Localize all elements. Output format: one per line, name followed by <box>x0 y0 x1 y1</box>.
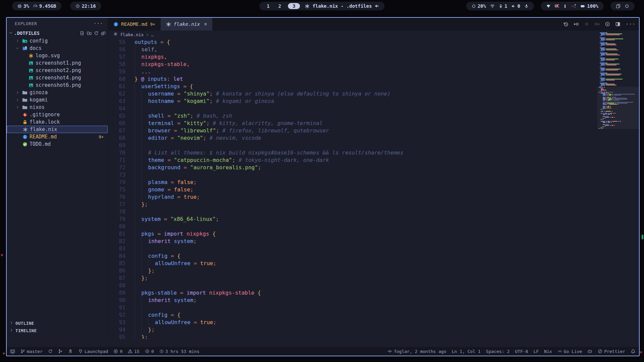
status-clock[interactable]: 3 hrs 53 mins <box>159 349 200 354</box>
ring-indicator[interactable]: 20% <box>472 3 486 9</box>
code-line-84[interactable]: 84config = { <box>108 252 640 260</box>
tray-app-indicator[interactable]: UC <box>555 4 559 8</box>
power-pill[interactable] <box>610 2 635 10</box>
more-actions-icon[interactable]: ··· <box>93 20 103 26</box>
more-actions-icon[interactable]: ··· <box>626 21 636 27</box>
tree-item-docs[interactable]: docs <box>7 45 108 52</box>
code-line-62[interactable]: 62username = "shinya"; # konsta or shiny… <box>108 90 640 98</box>
status-copilot[interactable] <box>587 349 592 354</box>
tree-item-ginoza[interactable]: ginoza <box>7 89 108 96</box>
code-line-59[interactable]: 59... <box>108 68 640 75</box>
close-icon[interactable]: × <box>204 21 207 27</box>
new-folder-icon[interactable] <box>87 31 92 36</box>
status-spaces-2[interactable]: Spaces: 2 <box>486 349 509 354</box>
speaker-indicator[interactable]: 0 <box>511 3 520 9</box>
code-line-70[interactable]: 70# List all themes: $ nix build nixpkgs… <box>108 149 640 157</box>
code-line-95[interactable]: 95}; <box>108 334 640 339</box>
system-stats-pill[interactable]: 3% 9.45GB <box>12 2 61 10</box>
code-line-79[interactable]: 79system = "x86_64-linux"; <box>108 216 640 223</box>
tab-README.md[interactable]: README.md9+ <box>108 18 161 31</box>
collapse-all-icon[interactable] <box>101 31 106 36</box>
code-line-75[interactable]: 75gnome = false; <box>108 186 640 193</box>
nav-forward-icon[interactable] <box>594 21 600 27</box>
power-indicator[interactable] <box>625 4 629 8</box>
bluetooth-indicator[interactable] <box>563 4 567 8</box>
code-line-82[interactable]: 82inherit system; <box>108 238 640 245</box>
tree-item-screenshot2.png[interactable]: screenshot2.png <box>7 67 108 74</box>
minimap[interactable] <box>599 33 638 133</box>
code-line-65[interactable]: 65shell = "zsh"; # bash, zsh <box>108 112 640 120</box>
status-git-graph[interactable] <box>58 349 63 354</box>
status-ln-1-col-1[interactable]: Ln 1, Col 1 <box>452 349 481 354</box>
tree-item-README.md[interactable]: README.md9+ <box>7 133 108 140</box>
tree-item-.gitignore[interactable]: .gitignore <box>7 111 108 118</box>
status-utf-8[interactable]: UTF-8 <box>515 349 528 354</box>
code-line-89[interactable]: 89pkgs-stable = import nixpkgs-stable { <box>108 289 640 297</box>
code-line-83[interactable]: 83 <box>108 245 640 252</box>
code-line-93[interactable]: 93allowUnfree = true; <box>108 319 640 326</box>
code-line-68[interactable]: 68editor = "neovim"; # neovim, vscode <box>108 134 640 142</box>
tree-item-flake.nix[interactable]: flake.nix <box>7 126 108 133</box>
workspace-1[interactable]: 1 <box>265 3 271 9</box>
wifi-indicator[interactable] <box>490 4 495 8</box>
code-line-73[interactable]: 73 <box>108 171 640 179</box>
code-line-71[interactable]: 71theme = "catppuccin-mocha"; # tokyo-ni… <box>108 157 640 164</box>
net-fan-indicator[interactable] <box>546 4 551 8</box>
workspace-3[interactable]: 3 <box>288 3 300 9</box>
code-line-91[interactable]: 91 <box>108 304 640 311</box>
new-file-icon[interactable] <box>80 31 85 36</box>
code-line-87[interactable]: 87}; <box>108 275 640 282</box>
status-error[interactable]: 0 <box>113 349 122 354</box>
code-line-86[interactable]: 86}; <box>108 267 640 275</box>
code-line-74[interactable]: 74plasma = false; <box>108 179 640 186</box>
tray-pill[interactable]: UC100% <box>541 2 604 10</box>
status-nix[interactable]: Nix <box>544 349 552 354</box>
clock-pill[interactable]: 22:16 <box>70 2 101 10</box>
code-line-72[interactable]: 72background = "aurora_borealis.png"; <box>108 164 640 171</box>
tree-item-TODO.md[interactable]: TODO.md <box>7 140 108 148</box>
code-line-67[interactable]: 67browser = "librewolf"; # firefox, libr… <box>108 127 640 134</box>
code-line-85[interactable]: 85allowUnfree = true; <box>108 260 640 267</box>
code-line-88[interactable]: 88 <box>108 282 640 289</box>
code-line-57[interactable]: 57nixpkgs, <box>108 53 640 61</box>
code-line-77[interactable]: 77}; <box>108 201 640 208</box>
status-branch[interactable]: master <box>20 349 43 354</box>
code-line-90[interactable]: 90inherit system; <box>108 297 640 304</box>
clipboard-indicator[interactable] <box>616 4 621 8</box>
status-plug[interactable]: Launchpad <box>78 349 108 354</box>
status-bell[interactable] <box>631 349 636 354</box>
minimap-slider[interactable] <box>597 87 640 129</box>
status-lf[interactable]: LF <box>533 349 539 354</box>
wave-notify-indicator[interactable] <box>571 4 576 9</box>
nav-back-icon[interactable] <box>574 21 579 27</box>
breadcrumb-more[interactable]: … <box>151 32 154 37</box>
code-line-81[interactable]: 81pkgs = import nixpkgs { <box>108 230 640 238</box>
kbd-battery-indicator[interactable]: 1 <box>499 3 507 9</box>
status-sync[interactable] <box>48 349 53 354</box>
tree-item-logo.svg[interactable]: logo.svg <box>7 52 108 59</box>
tree-item-config[interactable]: config <box>7 37 108 45</box>
refresh-icon[interactable] <box>94 31 99 36</box>
status-commit[interactable]: foglar, 2 months ago <box>387 349 446 354</box>
code-line-66[interactable]: 66terminal = "kitty"; # kitty, alacritty… <box>108 120 640 127</box>
status-pill[interactable]: 20%10 <box>466 2 534 10</box>
workspace-2[interactable]: 2 <box>276 3 283 9</box>
battery-indicator[interactable]: 100% <box>580 3 598 9</box>
status-remote-window[interactable] <box>10 349 15 354</box>
run-debug-icon[interactable] <box>605 21 610 27</box>
breadcrumb-file[interactable]: flake.nix <box>120 32 144 37</box>
code-editor[interactable]: 55outputs = {56self,57nixpkgs,58nixpkgs-… <box>108 39 640 339</box>
code-line-94[interactable]: 94}; <box>108 326 640 334</box>
code-line-60[interactable]: 60} @ inputs: let <box>108 75 640 83</box>
tree-item-flake.lock[interactable]: flake.lock <box>7 118 108 126</box>
code-line-92[interactable]: 92config = { <box>108 311 640 319</box>
tree-item-kogami[interactable]: kogami <box>7 96 108 104</box>
code-line-64[interactable]: 64 <box>108 105 640 112</box>
code-line-63[interactable]: 63hostname = "kogami"; # kogami or ginoz… <box>108 98 640 105</box>
timeline-section[interactable]: TIMELINE <box>7 327 108 334</box>
code-line-58[interactable]: 58nixpkgs-stable, <box>108 61 640 68</box>
outline-section[interactable]: OUTLINE <box>7 319 108 327</box>
mic-indicator[interactable] <box>524 4 529 8</box>
history-icon[interactable] <box>563 21 569 27</box>
status-prettier[interactable]: Prettier <box>598 349 625 354</box>
